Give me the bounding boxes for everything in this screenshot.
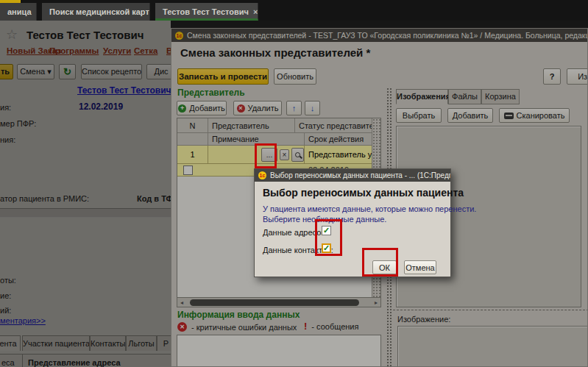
chevron-down-icon: ▾	[47, 67, 52, 76]
change-button[interactable]: Изменить	[567, 68, 588, 85]
legend-messages-label: - сообщения	[311, 322, 358, 331]
info-section-label: Информация ввода данных	[177, 310, 300, 320]
patient-card-page: ☆ Тестов Тест Тестович Новый Заказ Прогр…	[0, 21, 171, 367]
scanner-icon	[504, 113, 514, 119]
move-up-button[interactable]: ↑	[286, 101, 302, 115]
representative-cell[interactable]	[208, 146, 305, 163]
header-term: Срок действия	[305, 133, 373, 145]
tab-benefits[interactable]: Льготы	[126, 335, 157, 351]
dialog-title-text: Смена законных представителей - TEST_ГАУ…	[187, 31, 587, 40]
tab-label: ента	[0, 339, 17, 348]
choose-button[interactable]: ...	[261, 148, 277, 162]
dispensary-button[interactable]: Дис	[146, 64, 171, 79]
onec-logo-icon: 1с	[258, 171, 266, 179]
legend-errors: ✕ - критичные ошибки данных	[177, 322, 297, 332]
select-image-button[interactable]: Выбрать	[396, 108, 442, 123]
modal-heading: Выбор переносимых данных пациента	[263, 187, 464, 199]
addresses-checkbox[interactable]: ✓	[322, 226, 331, 235]
tfoms-code-label: Код в ТФО	[137, 194, 171, 203]
splitter-dashed-line[interactable]	[393, 310, 588, 310]
scroll-left-icon[interactable]: ◂	[177, 299, 186, 306]
scan-button[interactable]: Сканировать	[499, 108, 570, 123]
column-divider	[22, 354, 23, 367]
modal-titlebar[interactable]: 1с Выбор переносимых данных пациента - .…	[255, 169, 450, 182]
modal-message-line2: Выберите необходимые данные.	[263, 215, 386, 224]
page-title: Тестов Тест Тестович	[26, 29, 144, 41]
check-icon: ✓	[323, 244, 330, 252]
tab-contacts[interactable]: Контакты	[90, 335, 126, 351]
star-icon[interactable]: ☆	[6, 26, 18, 43]
move-down-button[interactable]: ↓	[305, 101, 320, 115]
tab-label: Корзина	[485, 92, 516, 101]
image-comment-area[interactable]	[397, 326, 588, 367]
patient-name-link[interactable]: Тестов Тест Тестович	[77, 85, 171, 96]
shift-dropdown-button[interactable]: Смена ▾	[17, 64, 54, 79]
oty-label: оты:	[0, 276, 16, 285]
delete-representative-button[interactable]: × Удалить	[233, 101, 282, 115]
scroll-right-icon[interactable]: ▸	[372, 299, 380, 306]
menu-link-programs[interactable]: Программы	[49, 46, 99, 55]
help-button[interactable]: ?	[543, 68, 561, 85]
table-horizontal-scrollbar[interactable]: ◂ ▸	[177, 297, 381, 307]
ok-button[interactable]: ОК	[372, 260, 397, 274]
tab-patient-areas[interactable]: Участки пациента	[22, 335, 90, 351]
contacts-checkbox[interactable]: ✓	[322, 243, 331, 253]
header-empty	[177, 133, 208, 145]
tab-label: Поиск медицинской карты	[49, 7, 150, 16]
tab-card-search[interactable]: Поиск медицинской карты×	[42, 3, 150, 21]
dialog-titlebar[interactable]: 1с Смена законных представителей - TEST_…	[171, 29, 587, 42]
open-button[interactable]	[291, 148, 304, 162]
message-icon: !	[304, 321, 307, 332]
scrollbar-thumb[interactable]	[190, 299, 359, 306]
screen: аница Поиск медицинской карты× Тестов Те…	[0, 0, 588, 367]
address-col: Представление адреса	[28, 358, 121, 367]
data-entry-info-box[interactable]	[177, 335, 381, 367]
tab-files[interactable]: Файлы	[448, 89, 481, 104]
menu-link-grid[interactable]: Сетка	[134, 46, 157, 55]
tab-r[interactable]: Р	[157, 335, 171, 351]
tab-images[interactable]: Изображения	[396, 89, 448, 104]
tab-label: Льготы	[128, 339, 155, 348]
ie-label: ие:	[0, 291, 11, 300]
comment-link[interactable]: ментария>>	[0, 316, 46, 325]
delete-icon: ×	[237, 104, 245, 113]
table-header-row2: Примечание Срок действия	[177, 133, 373, 146]
close-icon[interactable]: ×	[253, 7, 258, 16]
refresh-button[interactable]: ↻	[59, 64, 76, 79]
tab-addresses[interactable]: ента	[0, 335, 21, 351]
addresses-checkbox-label: Данные адресов:	[263, 228, 327, 237]
tab-label: аница	[7, 7, 32, 16]
cancel-button[interactable]: Отмена	[404, 260, 436, 274]
button-label: Добавить	[189, 104, 225, 113]
table-row[interactable]: 1 ... × Представитель указан рег.	[177, 146, 373, 164]
toolbar-cut-button[interactable]: ть	[0, 64, 13, 79]
section-band	[0, 208, 171, 218]
tab-label: Тестов Тест Тестович	[163, 7, 249, 16]
menu-link-services[interactable]: Услуги	[103, 46, 131, 55]
status-cell: Представитель указан рег.	[305, 146, 373, 163]
tab-label: Файлы	[452, 92, 478, 101]
recipes-list-button[interactable]: Список рецептов	[81, 64, 142, 79]
save-and-post-button[interactable]: Записать и провести	[177, 68, 269, 85]
add-representative-button[interactable]: + Добавить	[177, 101, 227, 115]
rmis-id-label: атор пациента в РМИС:	[0, 194, 89, 203]
legend-errors-label: - критичные ошибки данных	[191, 323, 297, 332]
tab-start-page[interactable]: аница	[0, 3, 37, 21]
row-checkbox[interactable]	[183, 165, 193, 175]
tab-label: Участки пациента	[23, 339, 90, 348]
header-n: N	[177, 118, 208, 132]
birth-date-value: 12.02.2019	[79, 101, 123, 112]
magnifier-icon	[295, 152, 300, 157]
modal-title-text: Выбор переносимых данных пациента - ... …	[270, 171, 450, 179]
tab-trash[interactable]: Корзина	[481, 89, 520, 104]
modal-message-line1: У пациента имеются данные, которые можно…	[263, 204, 476, 213]
clear-button[interactable]: ×	[280, 149, 289, 160]
tab-label: Контакты	[91, 339, 126, 348]
refresh-form-button[interactable]: Обновить	[274, 68, 316, 85]
add-image-button[interactable]: Добавить	[447, 108, 493, 123]
dialog-heading: Смена законных представителей *	[180, 46, 370, 59]
address-col-left: еса	[1, 358, 15, 367]
button-label: Смена	[20, 67, 45, 76]
tab-patient[interactable]: Тестов Тест Тестович×	[155, 3, 258, 21]
representative-section-label: Представитель	[177, 88, 245, 98]
